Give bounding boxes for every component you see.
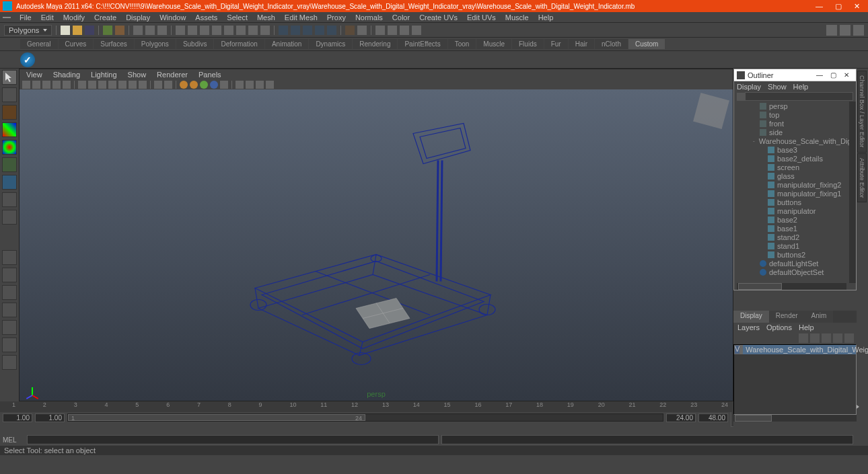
- single-pane-icon[interactable]: [2, 250, 17, 265]
- lasso-tool[interactable]: [2, 87, 17, 102]
- shelf-tab-rendering[interactable]: Rendering: [353, 39, 397, 49]
- layer-up-icon[interactable]: [822, 333, 831, 343]
- range-start-outer[interactable]: 1.00: [3, 413, 32, 422]
- layer-tab-render[interactable]: Render: [769, 311, 805, 323]
- outliner-node-stand1[interactable]: stand1: [734, 241, 856, 250]
- outliner-node-manipulator-fixing1[interactable]: manipulator_fixing1: [734, 189, 856, 198]
- search-icon[interactable]: [737, 93, 745, 101]
- menu-display[interactable]: Display: [121, 13, 155, 22]
- maximize-button[interactable]: ▢: [835, 2, 842, 11]
- vp-grid-icon[interactable]: [164, 81, 172, 89]
- vp-panel1-icon[interactable]: [246, 81, 254, 89]
- vp-select-camera-icon[interactable]: [22, 81, 30, 89]
- layer-menu-options[interactable]: Options: [766, 323, 792, 331]
- outliner-maximize[interactable]: ▢: [826, 71, 840, 79]
- outliner-persp-icon[interactable]: [2, 338, 17, 352]
- menu-edit[interactable]: Edit: [36, 13, 59, 22]
- outliner-menu-display[interactable]: Display: [737, 83, 761, 91]
- outliner-node-base1[interactable]: base1: [734, 224, 856, 233]
- soft-mod-tool[interactable]: [2, 192, 17, 207]
- paint-select-tool[interactable]: [2, 105, 17, 120]
- shelf-tab-painteffects[interactable]: PaintEffects: [398, 39, 447, 49]
- redo-icon[interactable]: [115, 26, 124, 35]
- layer-new-icon[interactable]: [799, 333, 808, 343]
- menu-select[interactable]: Select: [222, 13, 252, 22]
- vp-menu-panels[interactable]: Panels: [196, 71, 224, 79]
- cmd-input[interactable]: [27, 435, 439, 444]
- two-pane-h-icon[interactable]: [2, 303, 17, 317]
- scale-tool[interactable]: [2, 157, 17, 172]
- undo-icon[interactable]: [103, 26, 112, 35]
- outliner-hscrollbar[interactable]: [737, 283, 846, 290]
- outliner-node-base2-details[interactable]: base2_details: [734, 154, 856, 163]
- outliner-node-defaultobjectset[interactable]: defaultObjectSet: [734, 268, 856, 276]
- outliner-node-top[interactable]: top: [734, 110, 856, 119]
- outliner-minimize[interactable]: —: [813, 71, 826, 79]
- mask7-icon[interactable]: [248, 26, 258, 35]
- outliner-node-base3[interactable]: base3: [734, 145, 856, 154]
- layer-visibility-toggle[interactable]: V: [734, 345, 740, 354]
- cmd-lang-label[interactable]: MEL: [3, 436, 24, 444]
- vp-menu-lighting[interactable]: Lighting: [88, 71, 120, 79]
- snap-curve-icon[interactable]: [291, 26, 300, 35]
- two-pane-v-icon[interactable]: [2, 285, 17, 300]
- close-button[interactable]: ✕: [854, 2, 860, 11]
- layout3-icon[interactable]: [853, 25, 864, 36]
- render-settings-icon[interactable]: [400, 26, 409, 35]
- outliner-vscrollbar[interactable]: [849, 102, 856, 283]
- mask2-icon[interactable]: [188, 26, 197, 35]
- sel-hierarchy-icon[interactable]: [133, 26, 143, 35]
- vp-menu-renderer[interactable]: Renderer: [154, 71, 190, 79]
- shelf-tab-toon[interactable]: Toon: [448, 39, 476, 49]
- script-editor-icon[interactable]: [856, 435, 865, 444]
- snap-grid-icon[interactable]: [279, 26, 288, 35]
- mask5-icon[interactable]: [224, 26, 233, 35]
- menu-mesh[interactable]: Mesh: [252, 13, 280, 22]
- vp-smooth-icon[interactable]: [88, 81, 96, 89]
- outliner-search-input[interactable]: [745, 92, 853, 101]
- menu-modify[interactable]: Modify: [59, 13, 89, 22]
- shelf-custom-icon[interactable]: ✓: [20, 52, 35, 67]
- shelf-tab-polygons[interactable]: Polygons: [135, 39, 176, 49]
- render-view-icon[interactable]: [412, 26, 421, 35]
- shelf-tab-general[interactable]: General: [20, 39, 58, 49]
- outliner-node-front[interactable]: front: [734, 119, 856, 128]
- shelf-tab-hair[interactable]: Hair: [569, 39, 594, 49]
- snap-plane-icon[interactable]: [315, 26, 324, 35]
- layer-row[interactable]: V Warehouse_Scale_with_Digital_Weigh: [734, 345, 856, 354]
- shelf-tab-deformation[interactable]: Deformation: [214, 39, 264, 49]
- last-tool[interactable]: [2, 210, 17, 225]
- attribute-editor-tab[interactable]: Attribute Editor: [857, 153, 867, 203]
- module-dropdown[interactable]: Polygons: [4, 25, 52, 36]
- hypershade-icon[interactable]: [2, 355, 17, 370]
- save-icon[interactable]: [85, 26, 94, 35]
- outliner-tree[interactable]: persptopfrontside-Warehouse_Scale_with_D…: [734, 102, 856, 290]
- vp-wire-icon[interactable]: [78, 81, 86, 89]
- menu-assets[interactable]: Assets: [190, 13, 222, 22]
- layer-refresh-icon[interactable]: [844, 333, 854, 343]
- vp-bookmarks-icon[interactable]: [32, 81, 40, 89]
- shelf-tab-muscle[interactable]: Muscle: [476, 39, 511, 49]
- vp-image-plane-icon[interactable]: [42, 81, 50, 89]
- outliner-node-manipulator[interactable]: manipulator: [734, 206, 856, 215]
- range-handle[interactable]: 1 24: [68, 414, 365, 421]
- range-slider[interactable]: 1 24: [67, 413, 663, 422]
- layer-down-icon[interactable]: [833, 333, 842, 343]
- outliner-node-buttons[interactable]: buttons: [734, 198, 856, 206]
- vp-flat-light-icon[interactable]: [210, 81, 218, 89]
- vp-menu-view[interactable]: View: [24, 71, 45, 79]
- menu-normals[interactable]: Normals: [351, 13, 388, 22]
- range-start-inner[interactable]: 1.00: [35, 413, 65, 422]
- mask8-icon[interactable]: [260, 26, 270, 35]
- time-ruler[interactable]: 123456789101112131415161718192021222324: [0, 401, 733, 412]
- layer-tab-anim[interactable]: Anim: [805, 311, 834, 323]
- menu-create-uvs[interactable]: Create UVs: [414, 13, 462, 22]
- layer-hscrollbar[interactable]: [733, 415, 857, 422]
- outliner-close[interactable]: ✕: [840, 71, 853, 79]
- expand-icon[interactable]: -: [753, 138, 755, 144]
- vp-panel3-icon[interactable]: [266, 81, 274, 89]
- shelf-tab-custom[interactable]: Custom: [628, 39, 665, 49]
- render-frame-icon[interactable]: [375, 26, 385, 35]
- menu-file[interactable]: File: [15, 13, 36, 22]
- menu-window[interactable]: Window: [155, 13, 190, 22]
